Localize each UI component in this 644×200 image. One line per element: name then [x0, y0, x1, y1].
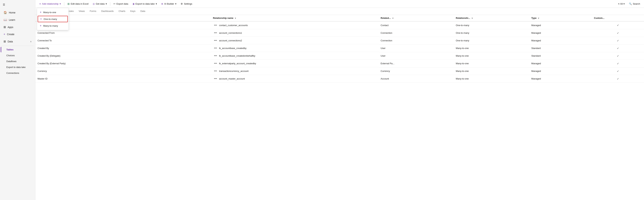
filter-button[interactable]: ≡ All ▾ — [616, 2, 626, 6]
tab-charts-label: Charts — [118, 10, 125, 13]
row-options-button[interactable]: ••• — [213, 69, 218, 73]
edit-excel-button[interactable]: ⊞ Edit data in Excel — [66, 1, 90, 7]
row-rel-name: contact_customer_accounts — [219, 24, 248, 27]
row-type: Managed — [531, 32, 541, 34]
sidebar-item-learn[interactable]: 📖 Learn — [1, 16, 34, 23]
cell-display-name: Currency — [36, 67, 211, 75]
tab-charts[interactable]: Charts — [116, 8, 128, 15]
tab-data[interactable]: Data — [138, 8, 148, 15]
row-custom-check: ✓ — [617, 32, 619, 34]
col-related-label: Related... — [381, 17, 391, 19]
cell-type: Managed — [529, 29, 592, 37]
sidebar-sub-item-choices[interactable]: Choices — [1, 53, 34, 58]
sidebar-item-apps[interactable]: ⊞ Apps — [1, 24, 34, 31]
sidebar-item-data-label: Data — [8, 40, 13, 43]
table-row: Connected From ••• account_connections1 … — [36, 29, 644, 37]
get-data-button[interactable]: ◎ Get data ▾ — [91, 2, 109, 6]
table-row: Created By ••• lk_accountbase_createdby … — [36, 44, 644, 52]
cell-display-name: Created By (Delegate) — [36, 52, 211, 60]
col-type-label: Type — [531, 17, 536, 19]
sidebar-sub-item-tables[interactable]: Tables — [1, 47, 34, 52]
one-to-many-item[interactable]: + One-to-many — [38, 16, 68, 22]
export-lake-label: Export to data lake — [136, 3, 154, 5]
tab-keys[interactable]: Keys — [128, 8, 138, 15]
cell-reltype: Many-to-one — [454, 67, 529, 75]
row-rel-name: account_master_account — [219, 77, 245, 80]
settings-button[interactable]: ⚙ Settings — [179, 2, 194, 6]
row-reltype: One-to-many — [456, 39, 469, 42]
sidebar-sub-item-export[interactable]: Export to data lake — [1, 64, 34, 70]
tab-bar: Relationships Business rules Views Forms… — [36, 8, 644, 15]
row-reltype: Many-to-one — [456, 77, 469, 80]
export-lake-dropdown-icon: ▾ — [156, 3, 157, 5]
cell-display-name: Created By — [36, 44, 211, 52]
tab-views[interactable]: Views — [76, 8, 87, 15]
col-header-type[interactable]: Type ∨ — [529, 15, 592, 21]
sidebar-item-data[interactable]: ⊞ Data ∧ — [1, 38, 34, 45]
apps-icon: ⊞ — [4, 25, 6, 29]
row-rel-name: lk_externalparty_account_createdby — [219, 62, 256, 65]
cell-custom: ✓ — [592, 60, 644, 67]
cell-custom: ✓ — [592, 37, 644, 44]
sidebar-sub-choices-label: Choices — [6, 54, 15, 57]
table-row: Currency ••• transactioncurrency_account… — [36, 67, 644, 75]
sidebar-item-learn-label: Learn — [9, 19, 15, 21]
col-header-rel-name[interactable]: Relationship name ∨ — [211, 15, 378, 21]
export-lake-button[interactable]: ◑ Export to data lake ▾ — [130, 2, 158, 6]
cell-type: Managed — [529, 21, 592, 29]
settings-icon: ⚙ — [181, 3, 183, 5]
table-header-row: Display name ↑ ∨ Relationship name ∨ Rel… — [36, 15, 644, 21]
row-options-button[interactable]: ••• — [213, 23, 218, 27]
data-icon: ⊞ — [4, 40, 6, 43]
sidebar-item-create[interactable]: + Create — [1, 31, 34, 38]
table-row: Connected To ••• account_connections2 Co… — [36, 37, 644, 44]
row-options-button[interactable]: ••• — [213, 31, 218, 35]
add-relationship-label: Add relationship — [42, 3, 58, 5]
col-header-related[interactable]: Related... ∨ — [378, 15, 454, 21]
tab-data-label: Data — [140, 10, 145, 13]
search-button[interactable]: 🔍 Search — [627, 2, 642, 6]
sidebar-sub-item-dataflows[interactable]: Dataflows — [1, 59, 34, 64]
add-relationship-button[interactable]: + Add relationship ▾ — [38, 1, 63, 7]
cell-custom: ✓ — [592, 29, 644, 37]
filter-lines-icon: ≡ — [618, 3, 620, 5]
search-label: Search — [633, 3, 640, 5]
cell-display-name: Created By (External Party) — [36, 60, 211, 67]
many-to-one-item[interactable]: + Many-to-one — [37, 9, 68, 16]
many-to-many-item[interactable]: + Many-to-many — [37, 23, 68, 29]
export-data-button[interactable]: ↦ Export data — [112, 2, 130, 6]
cell-display-name: Connected To — [36, 37, 211, 44]
sidebar-item-home[interactable]: 🏠 Home — [1, 9, 34, 16]
row-options-button[interactable]: ••• — [213, 46, 218, 50]
cell-type: Managed — [529, 75, 592, 82]
cell-reltype: Many-to-one — [454, 52, 529, 60]
row-related: External Pa... — [381, 62, 394, 65]
sidebar-sub-item-connections[interactable]: Connections — [1, 70, 34, 76]
add-relationship-dropdown-menu: + Many-to-one + One-to-many + Many-to-ma… — [37, 8, 69, 30]
cell-rel-name: ••• lk_accountbase_createdonbehalfby — [211, 52, 378, 60]
ai-builder-button[interactable]: ⊛ AI Builder ▾ — [160, 2, 178, 6]
tab-dashboards-label: Dashboards — [101, 10, 114, 13]
sidebar-sub-connections-label: Connections — [6, 72, 19, 74]
row-display-name: Created By (External Party) — [38, 62, 66, 65]
row-options-button[interactable]: ••• — [213, 77, 218, 80]
tab-keys-label: Keys — [130, 10, 136, 13]
relationships-table: Display name ↑ ∨ Relationship name ∨ Rel… — [36, 15, 644, 83]
cell-rel-name: ••• contact_customer_accounts — [211, 22, 378, 29]
row-custom-check: ✓ — [617, 39, 619, 42]
row-options-button[interactable]: ••• — [213, 61, 218, 65]
cell-related: Connection — [378, 37, 454, 44]
cell-type: Managed — [529, 60, 592, 67]
tab-dashboards[interactable]: Dashboards — [99, 8, 116, 15]
tab-forms[interactable]: Forms — [87, 8, 99, 15]
hamburger-menu[interactable]: ☰ — [0, 2, 35, 9]
search-icon: 🔍 — [629, 3, 632, 5]
row-options-button[interactable]: ••• — [213, 39, 218, 42]
one-to-many-icon: + — [40, 17, 42, 21]
row-options-button[interactable]: ••• — [213, 54, 218, 58]
row-type: Managed — [531, 70, 541, 72]
col-header-reltype[interactable]: Relationshi... ∨ — [454, 15, 529, 21]
many-to-many-label: Many-to-many — [43, 25, 58, 27]
row-display-name: Master ID — [38, 77, 48, 80]
row-type: Managed — [531, 77, 541, 80]
